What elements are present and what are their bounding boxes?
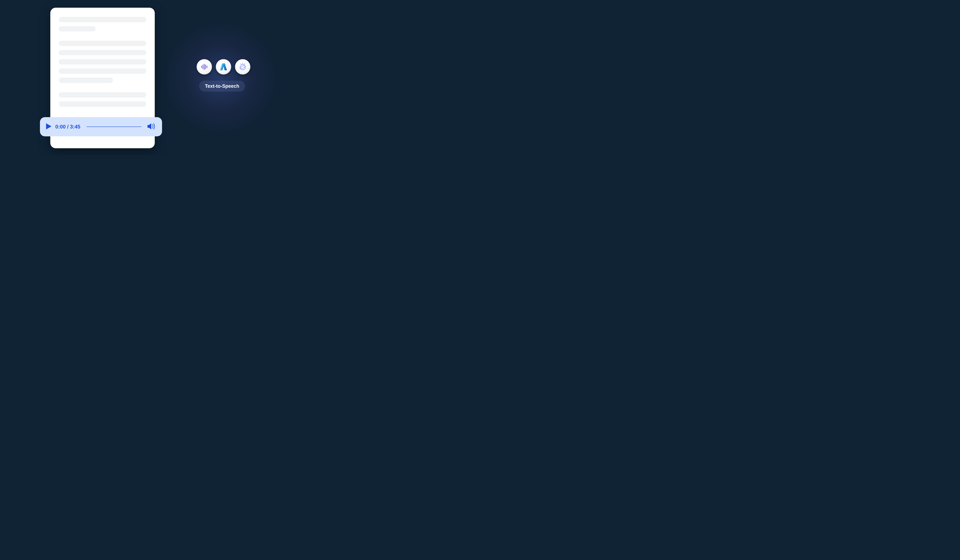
- svg-rect-4: [206, 66, 207, 68]
- duration: 3:45: [70, 124, 80, 130]
- watson-globe-icon: [238, 62, 247, 71]
- text-placeholder-line: [59, 101, 146, 107]
- tts-badge: Text-to-Speech: [199, 81, 245, 91]
- text-placeholder-line: [59, 26, 96, 32]
- azure-a-icon: [219, 62, 228, 71]
- svg-line-9: [244, 64, 245, 64]
- volume-icon: [147, 123, 156, 130]
- tts-badge-label: Text-to-Speech: [205, 83, 239, 89]
- svg-rect-2: [204, 64, 205, 70]
- text-placeholder-line: [59, 50, 146, 55]
- service-icon-azure: [216, 59, 231, 75]
- play-button[interactable]: [46, 123, 51, 130]
- svg-rect-1: [203, 64, 203, 69]
- text-placeholder-line: [59, 41, 146, 46]
- text-placeholder-line: [59, 59, 146, 64]
- text-placeholder-line: [59, 17, 146, 22]
- service-icon-soundwaves: [197, 59, 212, 75]
- sound-waves-icon: [200, 63, 208, 71]
- svg-line-8: [241, 64, 241, 64]
- svg-rect-0: [201, 66, 202, 68]
- text-placeholder-line: [59, 92, 146, 98]
- play-icon: [46, 123, 51, 130]
- current-time: 0:00: [55, 124, 66, 130]
- service-icons-row: [197, 59, 250, 75]
- time-separator: /: [66, 124, 70, 130]
- time-display: 0:00 / 3:45: [55, 124, 80, 130]
- progress-track[interactable]: [86, 126, 141, 127]
- service-icon-watson: [235, 59, 250, 75]
- background-glow: [163, 20, 278, 135]
- svg-rect-3: [205, 64, 206, 69]
- text-placeholder-line: [59, 78, 113, 83]
- volume-button[interactable]: [147, 123, 156, 131]
- audio-player: 0:00 / 3:45: [40, 117, 162, 136]
- text-placeholder-line: [59, 68, 146, 74]
